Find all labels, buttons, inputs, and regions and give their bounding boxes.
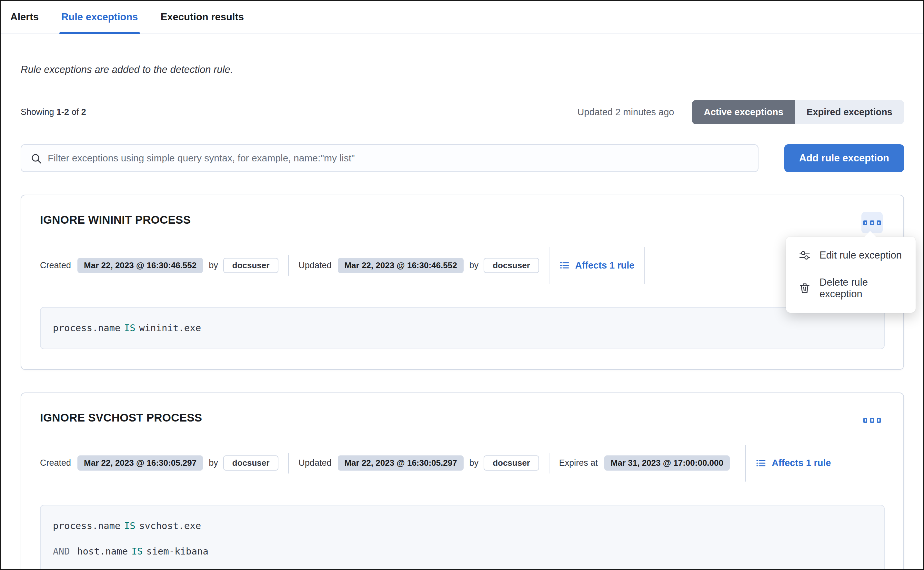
updated-by-label: by <box>470 260 479 270</box>
delete-rule-exception-label: Delete rule exception <box>820 277 903 300</box>
list-icon <box>559 260 569 270</box>
search-box <box>21 144 759 172</box>
search-row: Add rule exception <box>21 144 904 172</box>
meta-divider <box>549 453 549 473</box>
edit-rule-exception-menu-item[interactable]: Edit rule exception <box>799 250 903 261</box>
code-line: ANDhost.nameISsiem-kibana <box>53 546 872 557</box>
code-operator: IS <box>132 546 143 557</box>
affects-rules-link[interactable]: Affects 1 rule <box>756 458 831 468</box>
code-field: process.name <box>53 322 121 333</box>
updated-date-badge: Mar 22, 2023 @ 16:30:05.297 <box>338 455 463 470</box>
expired-exceptions-toggle[interactable]: Expired exceptions <box>795 100 904 124</box>
exception-state-toggle: Active exceptions Expired exceptions <box>692 100 904 124</box>
exception-actions-menu-button[interactable] <box>861 410 883 431</box>
showing-of-label: of <box>72 107 79 117</box>
affects-rules-link[interactable]: Affects 1 rule <box>559 260 635 271</box>
created-user-badge: docsuser <box>223 258 279 273</box>
list-utility-bar: Showing 1-2 of 2 Updated 2 minutes ago A… <box>21 100 904 124</box>
exception-condition-code: process.nameISsvchost.exe ANDhost.nameIS… <box>40 505 885 570</box>
exception-card-wininit: IGNORE WININIT PROCESS Edit rule excepti… <box>21 195 904 370</box>
exception-title: IGNORE WININIT PROCESS <box>40 213 885 226</box>
meta-divider <box>644 247 645 284</box>
created-date-badge: Mar 22, 2023 @ 16:30:46.552 <box>77 258 203 273</box>
showing-label: Showing <box>21 107 54 117</box>
delete-rule-exception-menu-item[interactable]: Delete rule exception <box>799 277 903 300</box>
tab-rule-exceptions[interactable]: Rule exceptions <box>61 1 138 34</box>
code-field: host.name <box>77 546 128 557</box>
boxes-horizontal-icon <box>863 418 867 423</box>
edit-rule-exception-label: Edit rule exception <box>820 250 902 261</box>
code-line: process.nameISwininit.exe <box>53 322 872 334</box>
expires-label: Expires at <box>559 458 598 468</box>
boxes-horizontal-icon <box>863 221 867 225</box>
updated-status: Updated 2 minutes ago <box>577 107 674 118</box>
rule-exceptions-page: Alerts Rule exceptions Execution results… <box>0 0 924 570</box>
exception-actions-menu-button[interactable] <box>861 212 883 233</box>
created-date-badge: Mar 22, 2023 @ 16:30:05.297 <box>77 455 203 470</box>
expires-date-badge: Mar 31, 2023 @ 17:00:00.000 <box>604 455 730 470</box>
code-value: wininit.exe <box>139 322 201 333</box>
trash-icon <box>799 282 811 294</box>
list-icon <box>756 458 766 468</box>
showing-total: 2 <box>81 107 86 117</box>
search-icon <box>30 153 43 165</box>
exception-condition-code: process.nameISwininit.exe <box>40 307 885 349</box>
code-value: siem-kibana <box>147 546 208 557</box>
created-label: Created <box>40 260 71 270</box>
code-operator: IS <box>124 520 136 531</box>
code-field: process.name <box>53 520 121 531</box>
updated-label: Updated <box>298 458 331 468</box>
created-label: Created <box>40 458 71 468</box>
rule-exceptions-description: Rule exceptions are added to the detecti… <box>21 64 903 75</box>
meta-divider <box>745 445 746 481</box>
search-input[interactable] <box>47 152 750 164</box>
edit-controls-icon <box>799 250 811 261</box>
updated-date-badge: Mar 22, 2023 @ 16:30:46.552 <box>338 258 463 273</box>
updated-user-badge: docsuser <box>483 455 539 470</box>
active-exceptions-toggle[interactable]: Active exceptions <box>692 100 795 124</box>
meta-divider <box>288 453 289 473</box>
affects-rules-label: Affects 1 rule <box>575 260 635 271</box>
code-value: svchost.exe <box>139 520 201 531</box>
code-conjunction: AND <box>53 546 70 557</box>
list-utility-bar-right: Updated 2 minutes ago Active exceptions … <box>577 100 904 124</box>
exception-title: IGNORE SVCHOST PROCESS <box>40 411 885 424</box>
exception-meta-row: Created Mar 22, 2023 @ 16:30:46.552 by d… <box>40 247 885 284</box>
meta-divider <box>288 255 289 276</box>
updated-label: Updated <box>298 260 331 270</box>
showing-range: 1-2 <box>57 107 69 117</box>
created-user-badge: docsuser <box>223 455 279 470</box>
created-by-label: by <box>209 458 218 468</box>
exception-actions-popover: Edit rule exception Delete rule exceptio… <box>786 237 916 313</box>
updated-user-badge: docsuser <box>483 258 539 273</box>
updated-by-label: by <box>470 458 479 468</box>
code-operator: IS <box>124 322 136 333</box>
meta-divider <box>549 247 549 284</box>
exception-meta-row: Created Mar 22, 2023 @ 16:30:05.297 by d… <box>40 445 885 481</box>
add-rule-exception-button[interactable]: Add rule exception <box>784 144 904 172</box>
code-line: process.nameISsvchost.exe <box>53 520 872 532</box>
affects-rules-label: Affects 1 rule <box>772 458 831 468</box>
tab-bar: Alerts Rule exceptions Execution results <box>1 1 923 34</box>
exception-card-svchost: IGNORE SVCHOST PROCESS Created Mar 22, 2… <box>21 392 904 570</box>
tab-execution-results[interactable]: Execution results <box>161 1 244 34</box>
showing-count: Showing 1-2 of 2 <box>21 107 86 117</box>
tab-alerts[interactable]: Alerts <box>10 1 39 34</box>
created-by-label: by <box>209 260 218 270</box>
